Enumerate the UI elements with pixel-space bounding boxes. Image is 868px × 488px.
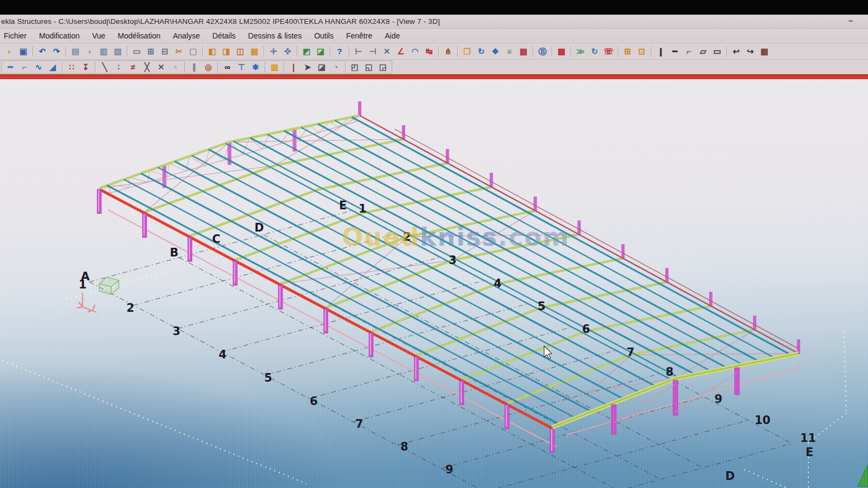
toolbar-separator — [66, 46, 66, 57]
group-objects-button[interactable]: ◰ — [348, 61, 362, 73]
grid-label: 5 — [264, 371, 272, 384]
menu-item-aide[interactable]: Aide — [385, 31, 400, 40]
create-line-button[interactable]: ❘ — [286, 61, 301, 73]
snap-point-button[interactable]: ✛ — [266, 45, 280, 58]
find-objects-button[interactable]: ∞ — [220, 61, 234, 73]
minimize-button[interactable]: – — [848, 16, 853, 25]
measure-angle-button[interactable]: ∠ — [394, 45, 408, 58]
bolt-tool-button[interactable]: Ⓑ — [535, 45, 550, 58]
menu-item-dessins-listes[interactable]: Dessins & listes — [248, 31, 302, 40]
menu-item-vue[interactable]: Vue — [92, 31, 105, 40]
create-orthogonal-button[interactable]: ∷ — [65, 61, 79, 73]
create-column-button[interactable]: ↧ — [79, 61, 93, 73]
remote-support-button[interactable]: ☏ — [602, 45, 616, 58]
drawing-list-button[interactable]: ⊡ — [635, 45, 649, 58]
turn-down-button[interactable]: ↩ — [729, 45, 743, 58]
new-view-button[interactable]: ▭ — [130, 45, 144, 58]
toolbar-separator — [571, 46, 571, 57]
view-grid-button[interactable]: ⊞ — [144, 45, 158, 58]
profile-catalog-button[interactable]: ◫ — [233, 45, 247, 58]
inquire-assembly-button[interactable]: ◪ — [314, 45, 328, 58]
clash-check-button[interactable]: ▩ — [554, 45, 569, 58]
create-polybeam-button[interactable]: ⌐ — [17, 61, 31, 73]
profile-bent-button[interactable]: ⌐ — [682, 45, 696, 58]
material-catalog-button[interactable]: ▦ — [247, 45, 261, 58]
linked-view-button[interactable]: ❖ — [488, 45, 502, 58]
menu-item-modification[interactable]: Modification — [39, 31, 80, 40]
create-list-button[interactable]: ≡ — [502, 45, 516, 58]
copy-doc-button[interactable]: ▥ — [97, 45, 111, 58]
toolbar-separator — [618, 46, 618, 57]
profile-panel-button[interactable]: ▭ — [710, 45, 724, 58]
profile-beam-button[interactable]: ━ — [668, 45, 682, 58]
toolbar-separator — [533, 46, 533, 57]
run-macros-button[interactable]: ≫ — [573, 45, 588, 58]
undo-button[interactable]: ↶ — [35, 45, 49, 58]
crane-tool-button[interactable]: ⊤ — [234, 61, 248, 73]
update-model-button[interactable]: ↻ — [588, 45, 602, 58]
component-catalog-button[interactable]: ◨ — [219, 45, 233, 58]
toolbar-separator — [127, 46, 127, 57]
menu-item-analyse[interactable]: Analyse — [173, 31, 200, 40]
measure-bolt-button[interactable]: ↹ — [422, 45, 436, 58]
snap-intersection-button[interactable]: ╳ — [140, 61, 154, 73]
save-button[interactable]: ▣ — [16, 45, 30, 58]
toolbar-separator — [33, 46, 33, 57]
turn-up-button[interactable]: ↪ — [743, 45, 757, 58]
snap-center-button[interactable]: ◎ — [201, 61, 215, 73]
create-plate-button[interactable]: ◪ — [315, 61, 329, 73]
print-button[interactable]: ▤ — [68, 45, 82, 58]
snap-points-button[interactable]: ∶ — [112, 61, 126, 73]
snap-nearest-button[interactable]: ✕ — [154, 61, 168, 73]
menu-item-fichier[interactable]: Fichier — [4, 31, 27, 40]
new-model-button[interactable]: ◗ — [2, 45, 16, 58]
eraser-button[interactable]: ◖ — [82, 45, 97, 58]
redo-button[interactable]: ↷ — [49, 45, 63, 58]
watermark-part-2: kniss — [420, 222, 498, 252]
grid-label: 4 — [494, 277, 502, 290]
create-curved-beam-button[interactable]: ∿ — [31, 61, 46, 73]
explode-group-button[interactable]: ◲ — [376, 61, 390, 73]
profile-slab-button[interactable]: ▱ — [696, 45, 710, 58]
dimension-v-button[interactable]: ⊣ — [366, 45, 380, 58]
toolbar-separator — [726, 46, 727, 57]
snap-midpoint-button[interactable]: ≠ — [126, 61, 140, 73]
drawing-open-button[interactable]: ⊞ — [621, 45, 635, 58]
work-area-button[interactable]: ▩ — [267, 61, 282, 73]
copy-objects-button[interactable]: ❒ — [460, 45, 474, 58]
dimension-h-button[interactable]: ⊢ — [352, 45, 366, 58]
snap-parallel-button[interactable]: ∥ — [187, 61, 201, 73]
mesh-tool-button[interactable]: ▦ — [757, 45, 771, 58]
profile-column-button[interactable]: ❙ — [654, 45, 668, 58]
pick-cursor-button[interactable]: ➤ — [301, 61, 315, 73]
create-ball-button[interactable]: ◔ — [329, 61, 343, 73]
create-twin-beam-button[interactable]: ◢ — [46, 61, 60, 73]
grid-label: 1 — [359, 202, 367, 215]
menu-item-fen-tre[interactable]: Fenêtre — [346, 31, 372, 40]
inquire-object-button[interactable]: ◩ — [299, 45, 314, 58]
ungroup-objects-button[interactable]: ◱ — [362, 61, 376, 73]
organizer-button[interactable]: ▦ — [516, 45, 531, 58]
menu-item-mod-lisation[interactable]: Modélisation — [118, 31, 161, 40]
create-beam-button[interactable]: ━ — [3, 61, 17, 73]
watermark-part-3: .com — [498, 222, 570, 252]
hangar-structure[interactable] — [97, 101, 802, 453]
select-area-button[interactable]: ▢ — [186, 45, 200, 58]
3d-viewport[interactable]: ABCDE1234567891234567891011ED Ouedkniss.… — [0, 79, 868, 488]
view-list-button[interactable]: ⊟ — [158, 45, 172, 58]
inquiry-button[interactable]: ? — [333, 45, 347, 58]
create-tool-button[interactable]: ⋔ — [441, 45, 455, 58]
snap-free-button[interactable]: ╲ — [98, 61, 112, 73]
menu-item-d-tails[interactable]: Détails — [213, 31, 236, 40]
custom-component-button[interactable]: ◧ — [205, 45, 219, 58]
menu-item-outils[interactable]: Outils — [314, 31, 334, 40]
rotate-view-button[interactable]: ↻ — [474, 45, 488, 58]
measure-distance-button[interactable]: ✕ — [380, 45, 394, 58]
add-point-button[interactable]: ✜ — [280, 45, 295, 58]
snap-any-button[interactable]: ▫ — [168, 61, 182, 73]
measure-arc-button[interactable]: ◠ — [408, 45, 422, 58]
model-scene[interactable]: ABCDE1234567891234567891011ED — [0, 79, 868, 488]
settings-gear-button[interactable]: ✱ — [248, 61, 263, 73]
cut-button[interactable]: ✂ — [172, 45, 186, 58]
report-button[interactable]: ▧ — [111, 45, 125, 58]
